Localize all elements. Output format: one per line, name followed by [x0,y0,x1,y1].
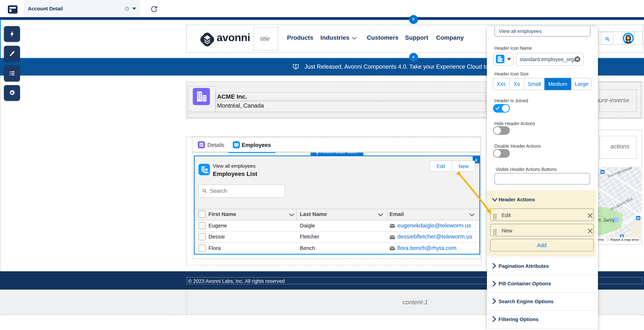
svg-text:rc Jarry: rc Jarry [597,217,614,223]
svg-text:M: M [601,170,604,174]
svg-text:M: M [637,217,640,220]
svg-text:Report a map error: Report a map error [610,238,639,242]
